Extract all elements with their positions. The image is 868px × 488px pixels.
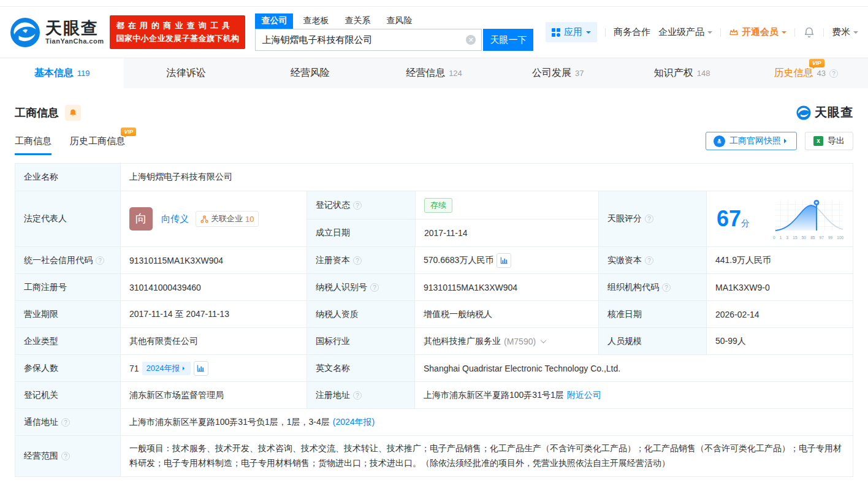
official-snapshot-button[interactable]: 工商官网快照 <box>706 132 797 150</box>
status-subtable: 登记状态 ? 存续 成立日期 2017-11-14 <box>306 191 598 246</box>
vip-badge: VIP <box>121 128 136 136</box>
tab-basic-info[interactable]: 基本信息 119 <box>0 58 124 88</box>
status-badge: 存续 <box>424 198 452 213</box>
help-icon[interactable]: ? <box>370 283 379 292</box>
help-icon[interactable]: ? <box>645 256 653 265</box>
tianyan-score-cell[interactable]: 67分 <box>706 191 853 246</box>
top-header: 天眼查 TianYanCha.com 都在用的商业查询工具 国家中小企业发展子基… <box>0 6 868 58</box>
search-tab-company[interactable]: 查公司 <box>255 13 293 29</box>
tianyancha-logo[interactable]: 天眼查 TianYanCha.com <box>10 17 104 48</box>
avatar[interactable]: 向 <box>129 207 153 231</box>
tab-operating-info[interactable]: 经营信息 124 <box>372 58 496 88</box>
table-row: 经营范围 ? 一般项目：技术服务、技术开发、技术咨询、技术交流、技术转让、技术推… <box>15 435 853 476</box>
tab-company-development[interactable]: 公司发展 37 <box>496 58 620 88</box>
nav-apps-label: 应用 <box>564 26 582 38</box>
search-tab-boss[interactable]: 查老板 <box>297 13 335 29</box>
annual-report-tag[interactable]: 2024年报 <box>142 362 191 375</box>
industry-cell[interactable]: 其他科技推广服务业(M7590) <box>414 328 598 354</box>
table-row: 企业名称 上海钥熠电子科技有限公司 <box>15 164 853 191</box>
nav-cooperation-label: 商务合作 <box>614 26 650 38</box>
legal-rep-link[interactable]: 向传义 <box>161 213 189 225</box>
field-label: 英文名称 <box>306 355 414 381</box>
help-icon[interactable]: ? <box>829 69 838 78</box>
tab-operating-risk[interactable]: 经营风险 <box>248 58 372 88</box>
field-label: 成立日期 <box>307 219 415 246</box>
tab-intellectual-property[interactable]: 知识产权 148 <box>620 58 744 88</box>
search-input[interactable] <box>255 29 482 51</box>
help-icon[interactable]: ? <box>662 283 671 292</box>
export-button[interactable]: x 导出 <box>805 132 853 150</box>
section-title: 工商信息 <box>15 105 59 120</box>
approval-date-value: 2026-02-14 <box>706 301 853 327</box>
annual-report-tag-label: 2024年报 <box>147 363 180 374</box>
field-label: 法定代表人 <box>15 191 120 246</box>
industry-value: 其他科技推广服务业 <box>424 336 501 347</box>
business-info-table: 企业名称 上海钥熠电子科技有限公司 法定代表人 向 向传义 关联企业 10 <box>15 163 853 477</box>
nav-enterprise[interactable]: 企业级产品 <box>658 26 712 38</box>
business-scope-value: 一般项目：技术服务、技术开发、技术咨询、技术交流、技术转让、技术推广；电子产品销… <box>120 436 853 476</box>
official-snapshot-label: 工商官网快照 <box>729 135 781 147</box>
field-label: 通信地址 <box>24 417 58 428</box>
field-label-group: 注册地址 ? <box>306 382 414 408</box>
tab-legal-proceedings[interactable]: 法律诉讼 <box>124 58 248 88</box>
reg-address-value: 上海市浦东新区半夏路100弄31号1层 <box>424 390 564 401</box>
subtab-label: 历史工商信息 <box>70 135 125 146</box>
capital-trend-chart-button[interactable] <box>497 253 511 268</box>
insured-count-value: 71 <box>129 364 139 373</box>
nav-user-menu[interactable]: 费米 <box>832 26 858 38</box>
nav-apps[interactable]: 应用 <box>546 22 597 42</box>
search-tab-risk[interactable]: 查风险 <box>380 13 418 29</box>
help-icon[interactable]: ? <box>61 452 70 460</box>
score-value: 67分 <box>717 208 750 230</box>
mail-address-value: 上海市浦东新区半夏路100弄31号负1层，1层，3-4层 <box>129 417 330 428</box>
tab-count: 43 <box>817 69 826 78</box>
logo-title: 天眼查 <box>45 20 104 37</box>
subtab-history-business-info[interactable]: 历史工商信息 VIP <box>70 135 125 155</box>
help-icon[interactable]: ? <box>645 215 653 223</box>
excel-icon: x <box>813 136 823 146</box>
field-label-group: 注册资本 ? <box>306 247 414 273</box>
top-nav: 应用 商务合作 企业级产品 开通会员 费米 <box>546 22 858 42</box>
nearby-companies-link[interactable]: 附近公司 <box>567 390 601 401</box>
field-label: 统一社会信用代码 <box>24 255 93 266</box>
table-row: 通信地址 ? 上海市浦东新区半夏路100弄31号负1层，1层，3-4层 (202… <box>15 408 853 435</box>
notification-bell-icon[interactable] <box>803 26 815 39</box>
legal-rep-cell: 向 向传义 关联企业 10 <box>120 191 306 246</box>
field-label: 登记状态 <box>316 200 350 211</box>
tab-history-info[interactable]: 历史信息 VIP 43 ? <box>744 58 868 88</box>
nav-cooperation[interactable]: 商务合作 <box>614 26 650 38</box>
table-row: 统一社会信用代码 ? 91310115MA1K3XW904 注册资本 ? 570… <box>15 246 853 273</box>
tab-label: 知识产权 <box>654 67 693 80</box>
search-button[interactable]: 天眼一下 <box>483 29 533 51</box>
help-icon[interactable]: ? <box>353 201 362 210</box>
help-icon[interactable]: ? <box>96 256 104 265</box>
tab-label: 公司发展 <box>532 67 571 80</box>
subscribe-bell-button[interactable] <box>65 105 81 121</box>
help-icon[interactable]: ? <box>353 256 362 265</box>
related-companies-badge[interactable]: 关联企业 10 <box>196 211 259 227</box>
score-axis-ticks: 0131550859799100 <box>773 235 843 239</box>
score-distribution-chart: 0131550859799100 <box>773 199 847 240</box>
field-label: 企业名称 <box>15 164 120 191</box>
field-label: 注册资本 <box>316 255 350 266</box>
nav-open-vip[interactable]: 开通会员 <box>729 26 786 38</box>
grid-icon <box>552 28 560 37</box>
promo-line2: 国家中小企业发展子基金旗下机构 <box>116 32 239 45</box>
field-label-group: 实缴资本 ? <box>598 247 706 273</box>
table-row: 法定代表人 向 向传义 关联企业 10 <box>15 191 853 246</box>
main-tabbar: 基本信息 119 法律诉讼 经营风险 经营信息 124 公司发展 37 知识产权… <box>0 58 868 88</box>
search-tab-relation[interactable]: 查关系 <box>338 13 376 29</box>
tianyancha-logo-icon <box>10 17 40 48</box>
field-label-group: 天眼评分 ? <box>598 191 706 246</box>
tianyancha-watermark-icon <box>796 105 811 120</box>
field-label: 工商注册号 <box>15 274 120 300</box>
field-label: 登记机关 <box>15 382 120 408</box>
annual-report-link[interactable]: (2024年报) <box>333 417 375 428</box>
chevron-down-icon <box>586 31 591 36</box>
divider <box>823 28 824 37</box>
divider <box>605 28 606 37</box>
help-icon[interactable]: ? <box>353 391 362 400</box>
help-icon[interactable]: ? <box>61 418 70 427</box>
subtab-business-info[interactable]: 工商信息 <box>15 135 51 155</box>
insured-trend-chart-button[interactable] <box>194 361 208 376</box>
